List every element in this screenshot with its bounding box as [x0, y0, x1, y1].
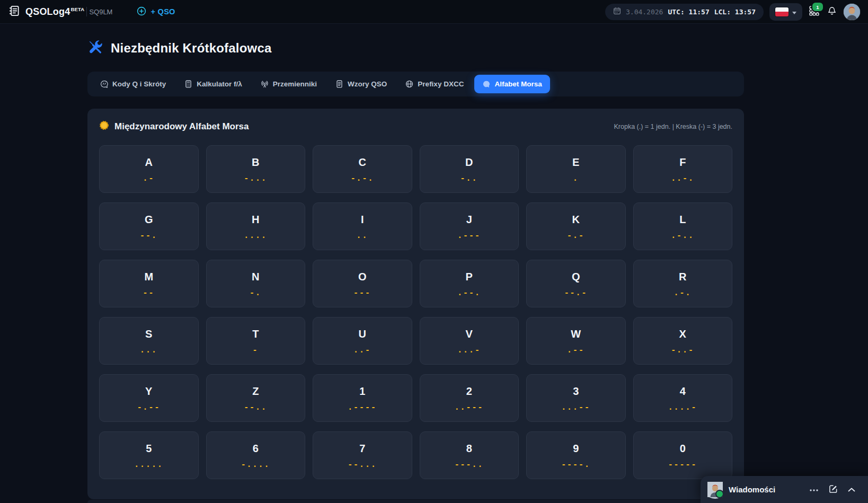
morse-char: J	[466, 214, 472, 225]
calculator-icon	[184, 80, 192, 88]
morse-code: .--.	[457, 289, 481, 296]
morse-char: Z	[252, 386, 259, 396]
caret-down-icon	[792, 8, 796, 16]
morse-cell-A: A.-	[99, 145, 199, 193]
morse-cell-2: 2..---	[420, 374, 519, 422]
tab-wzory-qso[interactable]: Wzory QSO	[327, 75, 395, 93]
morse-char: 2	[466, 386, 472, 396]
morse-grid: A.-B-...C-.-.D-..E.F..-.G--.H....I..J.--…	[99, 145, 732, 479]
morse-code: .--	[567, 346, 584, 354]
chat-dock[interactable]: Wiadomości	[701, 476, 868, 503]
morse-cell-Z: Z--..	[206, 374, 306, 422]
morse-card-title: Międzynarodowy Alfabet Morsa	[114, 121, 249, 132]
chat-compose-button[interactable]	[829, 484, 838, 495]
tab-alfabet-morsa[interactable]: Alfabet Morsa	[474, 75, 550, 93]
morse-code: .----	[348, 403, 377, 411]
notifications-button[interactable]	[826, 5, 838, 19]
morse-cell-C: C-.-.	[313, 145, 412, 193]
morse-code: ....	[244, 232, 267, 239]
morse-cell-1: 1.----	[313, 374, 412, 422]
morse-code: -.--	[137, 403, 161, 411]
morse-cell-K: K-.-	[526, 202, 626, 250]
plus-circle-icon	[137, 6, 146, 17]
morse-cell-N: N-.	[206, 260, 306, 307]
antenna-icon	[261, 80, 269, 88]
morse-code: ---	[353, 289, 371, 296]
chat-expand-button[interactable]	[848, 486, 855, 493]
morse-code: -.	[250, 289, 261, 296]
morse-char: R	[679, 271, 686, 282]
morse-code: ---..	[455, 461, 484, 468]
language-selector[interactable]	[769, 3, 802, 21]
morse-code: .---	[457, 232, 481, 239]
morse-cell-L: L.-..	[633, 202, 733, 250]
brand-logo[interactable]: QSOLog4BETA	[8, 5, 84, 19]
tab-prefixy-dxcc[interactable]: Prefixy DXCC	[397, 75, 472, 93]
apps-grid-button[interactable]: 1	[808, 5, 820, 19]
avatar-photo	[844, 4, 860, 20]
morse-char: 6	[253, 443, 259, 454]
tab-kalkulator[interactable]: Kalkulator f/λ	[176, 75, 250, 93]
morse-cell-4: 4....-	[633, 374, 733, 422]
divider	[86, 7, 87, 16]
user-avatar[interactable]	[844, 4, 860, 20]
morse-char: 4	[680, 386, 686, 396]
morse-char: S	[145, 329, 152, 339]
morse-code: ...-	[457, 346, 481, 354]
app-name: QSOLog4BETA	[25, 6, 84, 17]
datetime-display[interactable]: 3.04.2026 UTC: 11:57 LCL: 13:57	[605, 4, 764, 20]
morse-char: L	[679, 214, 686, 225]
morse-cell-O: O---	[313, 260, 412, 307]
morse-char: 1	[359, 386, 365, 396]
bell-icon	[827, 6, 837, 17]
morse-cell-D: D-..	[420, 145, 519, 193]
morse-cell-M: M--	[99, 260, 199, 307]
morse-cell-U: U..-	[313, 317, 412, 365]
morse-code: ...--	[561, 403, 590, 411]
chat-menu-button[interactable]	[809, 486, 819, 493]
morse-cell-7: 7--...	[313, 431, 412, 479]
morse-cell-G: G--.	[99, 202, 199, 250]
morse-cell-5: 5.....	[99, 431, 199, 479]
morse-cell-F: F..-.	[633, 145, 733, 193]
tab-label: Alfabet Morsa	[494, 80, 542, 88]
add-qso-button[interactable]: + QSO	[137, 6, 175, 17]
morse-cell-T: T-	[206, 317, 306, 365]
morse-char: Q	[572, 271, 580, 282]
morse-char: 9	[573, 443, 579, 454]
tab-przemienniki[interactable]: Przemienniki	[253, 75, 325, 93]
morse-code: ..---	[455, 403, 484, 411]
morse-cell-W: W.--	[526, 317, 626, 365]
morse-cell-B: B-...	[206, 145, 306, 193]
morse-cell-9: 9----.	[526, 431, 626, 479]
morse-char: G	[145, 214, 153, 225]
morse-code: ..	[357, 232, 368, 239]
morse-char: F	[679, 157, 686, 167]
morse-code: -----	[668, 461, 697, 468]
morse-cell-0: 0-----	[633, 431, 733, 479]
chat-avatar	[707, 482, 723, 497]
morse-code: --..	[244, 403, 267, 411]
utc-time: UTC: 11:57	[668, 8, 709, 16]
morse-char: D	[465, 157, 473, 167]
tabbar: Kody Q i SkrótyKalkulator f/λPrzemiennik…	[87, 72, 744, 96]
morse-cell-I: I..	[313, 202, 412, 250]
morse-code: -..	[460, 174, 478, 182]
morse-code: ....-	[668, 403, 697, 411]
calendar-icon	[613, 7, 621, 16]
chevron-up-icon	[848, 486, 855, 493]
morse-char: X	[679, 329, 686, 339]
morse-cell-P: P.--.	[420, 260, 519, 307]
morse-code: -.-.	[351, 174, 374, 182]
morse-cell-S: S...	[99, 317, 199, 365]
morse-char: B	[252, 157, 259, 167]
tab-label: Wzory QSO	[348, 80, 387, 88]
chat-actions	[809, 484, 855, 495]
morse-code: .-.	[674, 289, 692, 296]
tab-kody-q[interactable]: Kody Q i Skróty	[92, 75, 174, 93]
topbar: QSOLog4BETA SQ9LM + QSO 3.	[0, 0, 868, 24]
morse-char: I	[361, 214, 364, 225]
beta-badge: BETA	[70, 6, 84, 12]
tools-icon	[87, 39, 103, 57]
compose-icon	[829, 484, 838, 495]
